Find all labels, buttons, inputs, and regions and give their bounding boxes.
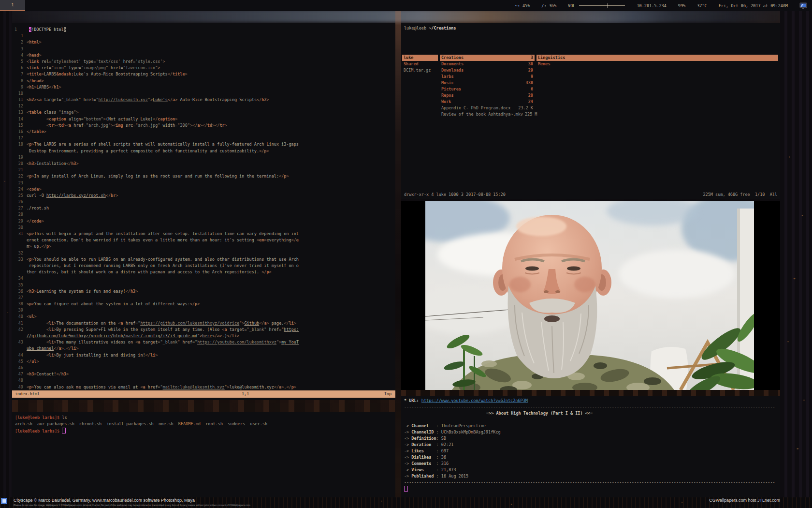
separator-line: ----------------------------------------… [404, 479, 780, 486]
editor-line: 44 <li>By just installing it and diving … [12, 352, 395, 359]
file-entry-shared[interactable]: Shared [402, 61, 438, 67]
video-field-comments: -> Comments : 316 [404, 461, 780, 467]
video-title: =>> About High Technology (Part I & II) … [404, 410, 675, 417]
statusbar-text: Fri, Oct 06, 2017 at 09:24AM [719, 3, 788, 8]
editor-line: 17 [12, 135, 395, 141]
terminal-window-left[interactable]: [luke@leeb larbs]$ lsarch.sh aur_package… [12, 412, 395, 497]
editor-line: ernet connection. Don't be worried if it… [12, 237, 395, 243]
file-entry-repos[interactable]: Repos20 [440, 92, 535, 99]
editor-line: Desktop Environment, providing a perfect… [12, 148, 395, 154]
video-url-line: * URL: https://www.youtube.com/watch?v=6… [404, 398, 780, 404]
editor-line: 4<head> [12, 52, 395, 59]
editor-line: 28 [12, 211, 395, 218]
editor-statusline: index.html 1,1 Top [12, 390, 395, 398]
editor-line: 9<h1>LARBS</h1> [12, 84, 395, 90]
file-manager-user: luke@leeb [404, 26, 429, 30]
video-url-link[interactable]: https://www.youtube.com/watch?v=6Jntc2n6… [421, 398, 528, 403]
file-entry-work[interactable]: Work24 [440, 99, 535, 105]
editor-line: 8</head> [12, 78, 395, 84]
editor-line: 18<p>The LARBS are a series of shell scr… [12, 141, 395, 148]
desktop: Cityscape © Marco Bauriedel, Germany, ww… [0, 0, 812, 508]
tray-display-icon[interactable] [799, 2, 807, 9]
terminal-cursor [404, 486, 408, 492]
editor-line: 36<h3>Learning the system is fun and eas… [12, 288, 395, 295]
editor-line: 23 [12, 180, 395, 186]
video-field-views: -> Views : 21,873 [404, 467, 780, 473]
file-manager-window[interactable]: luke@leeb ~/Creations lukeSharedDCIM.tar… [401, 23, 780, 199]
editor-line: 46 [12, 365, 395, 371]
editor-line: 26 [12, 199, 395, 205]
file-entry-linguistics[interactable]: Linguistics [536, 55, 778, 61]
file-entry-luke[interactable]: luke [402, 55, 438, 61]
file-manager-cwd: ~/Creations [429, 26, 456, 30]
file-entry-review-of-the-book-ashtadhya-mkv[interactable]: Review of the book Ashtadhya~.mkv225 M [440, 111, 535, 118]
video-frame [425, 201, 754, 390]
editor-line: 43 <li>The many illustrative videos on <… [12, 339, 395, 345]
file-entry-documents[interactable]: Documents30 [440, 61, 535, 67]
file-manager-parent-column: lukeSharedDCIM.tar.gz [402, 55, 438, 74]
file-entry-creations[interactable]: Creations3 [440, 55, 535, 61]
file-manager-statusbar: drwxr-xr-x 4 luke 1000 3 2017-08-08 15:2… [404, 192, 777, 198]
editor-line: repositories, but I recommend running LA… [12, 263, 395, 269]
editor-filename: index.html [15, 391, 40, 396]
status-bar: 1 ~: 45%/: 36%VOL10.201.5.23499%37°CFri,… [0, 0, 812, 11]
editor-line: 7<title>LARBS&mdash;Luke's Auto-Rice Boo… [12, 71, 395, 77]
wallpaper-band-right [401, 390, 780, 396]
video-field-definition: -> Definition: SD [404, 435, 780, 442]
editor-line: 41 <li>The documentation on the <a href=… [12, 320, 395, 327]
terminal-window-right[interactable]: * URL: https://www.youtube.com/watch?v=6… [401, 396, 780, 497]
statusbar-text: 10.201.5.234 [637, 3, 666, 8]
file-entry-appendix-c-phd-program-docx[interactable]: Appendix C- PhD Program.docx23.2 K [440, 105, 535, 111]
shell-prompt-line: [luke@leeb larbs]$ ls [15, 415, 395, 421]
video-field-channel: -> Channel : ThuleanPerspective [404, 423, 780, 429]
wallpaper-credit: Cityscape © Marco Bauriedel, Germany, ww… [14, 498, 195, 503]
editor-line: 5<link rel='stylesheet' type='text/css' … [12, 59, 395, 65]
video-window[interactable] [401, 201, 780, 390]
video-field-duration: -> Duration : 02:21 [404, 442, 780, 448]
editor-line: 49<p>You can also ask me questions via e… [12, 384, 395, 390]
volume-slider[interactable] [579, 3, 625, 8]
editor-line: ube channel</a>.</li> [12, 345, 395, 352]
editor-line: 10 [12, 90, 395, 97]
statusbar-modules: ~: 45%/: 36%VOL10.201.5.23499%37°CFri, O… [515, 2, 812, 9]
editor-line: 16</table> [12, 129, 395, 135]
editor-line: 19 [12, 154, 395, 161]
file-manager-current-column: Creations3Documents30Downloads29larbs9Mu… [440, 55, 535, 118]
file-entry-memes[interactable]: Memes [536, 61, 778, 67]
editor-line: 2<html> [12, 39, 395, 45]
file-entry-dcim-tar-gz[interactable]: DCIM.tar.gz [402, 67, 438, 74]
file-entry-music[interactable]: Music330 [440, 80, 535, 86]
editor-line: 13<table class="image"> [12, 109, 395, 116]
editor-line: 39 [12, 307, 395, 314]
editor-line: 22<p>In any install of Arch Linux, simpl… [12, 173, 395, 179]
video-field-channelid: -> ChannelID : UChBsOxskMpDmBAsgJ91fKcg [404, 429, 780, 435]
terminal-cursor [62, 428, 66, 433]
wallpaper-city-right [780, 11, 812, 497]
editor-buffer[interactable]: 1<!DOCTYPE html>12<html>34<head>5<link r… [12, 27, 395, 397]
video-field-dislikes: -> Dislikes : 36 [404, 454, 780, 461]
file-entry-downloads[interactable]: Downloads29 [440, 67, 535, 74]
editor-line: 47<h3>Contact!</h3> [12, 371, 395, 377]
statusbar-text: 99% [678, 3, 685, 8]
editor-window[interactable]: 1<!DOCTYPE html>12<html>34<head>5<link r… [12, 23, 395, 400]
editor-line: 27./root.sh [12, 205, 395, 211]
wallpaper-band-left [12, 398, 395, 412]
video-field-published: -> Published : 16 Aug 2015 [404, 473, 780, 479]
editor-line: 3 [12, 46, 395, 52]
disk-usage-module: ~: 45% [515, 3, 530, 8]
editor-line: //github.com/LukeSmithxyz/voidrice/blob/… [12, 333, 395, 339]
editor-line: 25curl -O http://larbs.xyz/root.sh</br> [12, 193, 395, 199]
editor-line: 21 [12, 167, 395, 173]
file-entry-larbs[interactable]: larbs9 [440, 74, 535, 80]
volume-module: VOL [568, 3, 625, 8]
editor-line: 14 <caption align="bottom">(Not actually… [12, 116, 395, 122]
wallpaper-gap [395, 11, 401, 497]
editor-line: 45</ul> [12, 359, 395, 365]
editor-line: 20<h3>Installation</h3> [12, 161, 395, 167]
wallpaper-logo-icon [1, 498, 7, 504]
file-permissions: drwxr-xr-x 4 luke 1000 3 2017-08-08 15:2… [404, 192, 506, 198]
file-entry-pictures[interactable]: Pictures6 [440, 86, 535, 92]
workspace-indicator[interactable]: 1 [0, 0, 25, 11]
editor-line: m> up.</p> [12, 243, 395, 250]
editor-line: 35 [12, 282, 395, 288]
